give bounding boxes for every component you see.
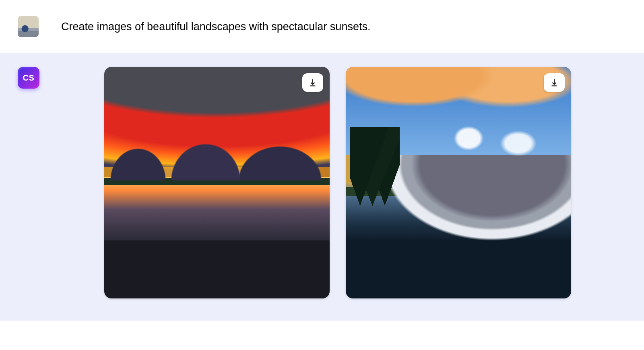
download-button[interactable] bbox=[544, 73, 565, 92]
download-icon bbox=[550, 78, 559, 87]
assistant-badge-text: CS bbox=[23, 73, 35, 83]
assistant-avatar: CS bbox=[18, 67, 39, 89]
generated-images-container bbox=[62, 67, 571, 298]
generated-image-card[interactable] bbox=[346, 67, 571, 298]
download-icon bbox=[308, 78, 317, 87]
user-avatar bbox=[18, 16, 39, 37]
user-message-row: Create images of beautiful landscapes wi… bbox=[0, 0, 644, 53]
assistant-message-row: CS bbox=[0, 53, 644, 321]
user-prompt-text: Create images of beautiful landscapes wi… bbox=[61, 20, 370, 33]
download-button[interactable] bbox=[302, 73, 323, 92]
generated-image-card[interactable] bbox=[104, 67, 330, 298]
